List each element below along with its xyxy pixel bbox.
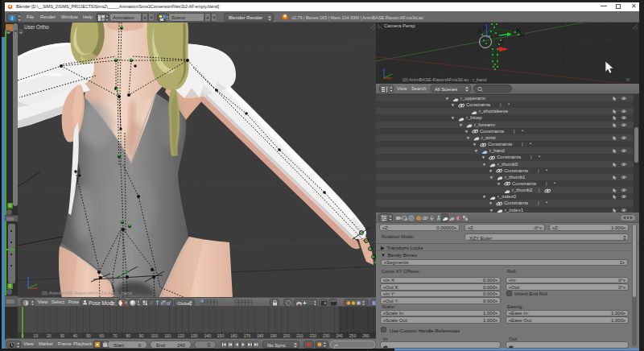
svg-text:Camera Persp: Camera Persp [384, 23, 415, 28]
svg-text:(0) AnimBASE-RavenAFms3d.ao :: (0) AnimBASE-RavenAFms3d.ao : r_hand [402, 77, 486, 82]
svg-text:+: + [20, 30, 23, 35]
svg-text:(0) AnimBASE-RavenAFms3d.ao :: (0) AnimBASE-RavenAFms3d.ao : r_hand [42, 291, 132, 295]
svg-text:User Ortho: User Ortho [24, 24, 49, 30]
